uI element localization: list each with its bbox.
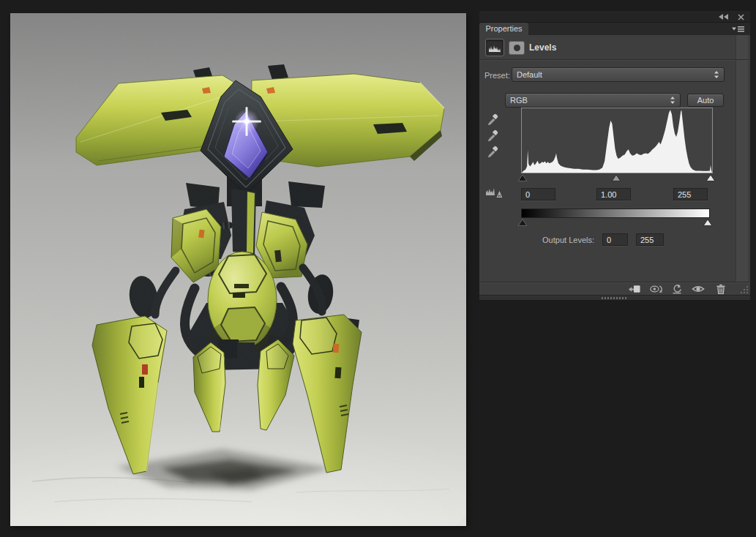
photoshop-workspace: Properties Levels Preset: Default	[0, 0, 756, 537]
output-shadow-field[interactable]	[602, 233, 628, 246]
properties-panel: Properties Levels Preset: Default	[479, 11, 750, 300]
collapse-panels-icon[interactable]	[719, 14, 728, 20]
resize-grip-icon[interactable]	[739, 285, 749, 294]
panel-tab-row: Properties	[479, 23, 750, 35]
close-panel-icon[interactable]	[738, 14, 744, 20]
channel-value: RGB	[510, 96, 670, 105]
output-shadow-slider[interactable]	[518, 219, 528, 226]
visibility-eye-icon[interactable]	[692, 284, 705, 294]
panel-resize-strip	[479, 295, 750, 300]
midtone-gamma-slider[interactable]	[612, 174, 621, 181]
output-slider-track	[521, 219, 710, 226]
preset-dropdown[interactable]: Default	[512, 67, 725, 82]
levels-histogram	[521, 108, 713, 173]
histogram-icon	[488, 43, 501, 53]
white-point-eyedropper-icon[interactable]	[486, 146, 498, 158]
preset-label: Preset:	[484, 71, 510, 80]
panel-toolbar	[479, 282, 750, 295]
spinner-arrows-icon	[670, 96, 675, 105]
spinner-arrows-icon	[714, 70, 719, 79]
clip-to-layer-icon[interactable]	[628, 284, 641, 294]
output-highlight-slider[interactable]	[703, 219, 713, 226]
tab-properties[interactable]: Properties	[479, 23, 528, 35]
divider	[479, 59, 750, 61]
shadow-input-field[interactable]	[521, 188, 555, 200]
gray-point-eyedropper-icon[interactable]	[486, 129, 498, 142]
paint-grain-texture	[10, 13, 466, 526]
mask-icon	[514, 45, 520, 51]
panel-menu-icon[interactable]	[732, 26, 744, 32]
panel-title-bar	[479, 11, 750, 23]
levels-slider-track	[521, 173, 713, 183]
panel-drag-handle[interactable]	[602, 297, 628, 299]
output-levels-label: Output Levels:	[509, 236, 594, 244]
levels-adjustment-button[interactable]	[485, 39, 504, 56]
highlight-input-slider[interactable]	[706, 174, 716, 181]
preset-value: Default	[517, 70, 714, 79]
midtone-input-field[interactable]	[596, 188, 631, 200]
panel-body: Levels Preset: Default RGB Auto	[479, 35, 750, 282]
channel-dropdown[interactable]: RGB	[505, 93, 681, 108]
cached-histogram-warning-icon[interactable]	[485, 185, 502, 199]
output-highlight-field[interactable]	[636, 233, 664, 246]
view-previous-state-icon[interactable]	[650, 284, 663, 294]
histogram-shape	[522, 110, 712, 173]
document-canvas[interactable]	[10, 13, 466, 526]
auto-button[interactable]: Auto	[687, 94, 724, 107]
canvas-artwork[interactable]	[10, 13, 466, 526]
shadow-input-slider[interactable]	[518, 174, 528, 181]
highlight-input-field[interactable]	[673, 188, 708, 200]
mask-button[interactable]	[509, 41, 525, 55]
delete-trash-icon[interactable]	[714, 284, 727, 294]
adjustment-title: Levels	[529, 42, 556, 53]
reset-icon[interactable]	[670, 284, 684, 294]
output-gradient-bar	[521, 209, 710, 218]
panel-scroll-gutter	[736, 35, 748, 282]
black-point-eyedropper-icon[interactable]	[486, 113, 498, 126]
